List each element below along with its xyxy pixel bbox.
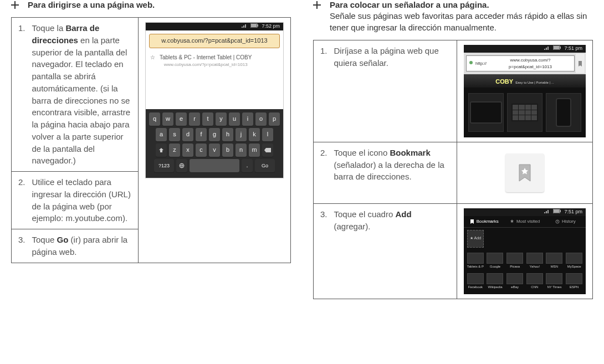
svg-rect-11 [560,47,561,49]
tab-url: www.cobyusa.com/?p=pcat&pcat_id=1013 [160,61,252,68]
bookmark-item[interactable]: NY Times [545,273,564,290]
key[interactable]: v [209,143,220,157]
key[interactable]: g [209,128,220,141]
step-text: Toque Go (ir) para abrir la página web. [32,234,131,258]
bookmark-item[interactable]: Google [486,253,505,269]
tab-row: ☆ Tablets & PC - Internet Tablet | COBY … [146,52,283,70]
phone-screenshot-bookmarks: 7:51 pm Bookmarks Most visited [464,208,586,294]
key[interactable]: l [262,128,273,141]
key[interactable]: c [196,143,207,157]
status-time: 7:52 pm [262,23,280,30]
battery-icon [553,45,561,52]
step-number: 2. [320,147,327,183]
key[interactable]: b [222,143,233,157]
step-text: Utilice el teclado para ingresar la dire… [32,176,131,224]
left-step-2: 2. Utilice el teclado para ingresar la d… [12,172,139,229]
svg-rect-8 [546,48,547,50]
bookmark-grid: ★ Add [464,228,586,250]
phone-icon [556,98,571,127]
bookmark-item[interactable]: Wikipedia [486,273,505,290]
key[interactable]: z [169,143,180,157]
bookmark-item[interactable]: CNN [525,273,544,290]
bookmark-grid-row1: Tablets & P Google Picasa Yahoo! MSN MyS… [464,250,586,271]
right-image-cell-3: 7:51 pm Bookmarks Most visited [457,203,593,299]
right-step-3: 3. Toque el cuadro Add (agregar). [314,203,457,299]
tab-most-visited[interactable]: Most visited [504,216,545,227]
bookmark-item[interactable]: Picasa [505,253,524,269]
key[interactable]: a [156,128,167,141]
bookmark-item[interactable]: eBay [505,273,524,290]
globe-icon [469,60,473,67]
logo: COBY [495,78,513,85]
key[interactable]: m [249,143,260,157]
plus-icon [313,1,321,11]
status-time: 7:51 pm [564,208,582,216]
step-text: Toque el icono Bookmark (señalador) a la… [334,147,450,183]
key[interactable]: k [249,128,260,141]
step-number: 1. [18,22,25,167]
key[interactable]: j [236,128,247,141]
signal-icon [544,45,550,52]
globe-key[interactable] [176,159,187,172]
step-text: Toque la Barra de direcciones en la part… [32,22,131,167]
svg-rect-9 [547,47,549,50]
bookmark-item[interactable]: Yahoo! [525,253,544,269]
key[interactable]: h [222,128,233,141]
step-number: 1. [320,45,327,69]
key[interactable]: x [182,143,193,157]
backspace-key[interactable] [262,143,273,157]
key[interactable]: q [149,112,160,126]
bookmark-item[interactable]: ESPN [565,273,583,290]
svg-rect-18 [560,210,561,212]
shift-key[interactable] [156,143,167,157]
tab-history[interactable]: History [545,216,586,227]
key[interactable]: d [182,128,193,141]
bookmark-item[interactable]: MySpace [565,253,583,269]
bookmark-add[interactable]: ★ Add [466,230,485,248]
svg-rect-2 [245,24,246,28]
page-content [464,88,586,137]
key[interactable]: w [162,112,173,126]
key[interactable]: r [189,112,200,126]
key[interactable]: n [236,143,247,157]
address-bar[interactable]: http://www.cobyusa.com/?p=pcat&pcat_id=1… [466,55,575,71]
signal-icon [242,23,247,30]
bookmark-item[interactable]: Tablets & P [466,253,485,269]
right-heading-text: Para colocar un señalador a una página. [330,0,489,9]
star-icon: ☆ [150,54,155,68]
address-bar[interactable]: w.cobyusa.com/?p=pcat&pcat_id=1013 [149,34,280,48]
svg-rect-19 [554,209,559,213]
bookmark-button[interactable] [576,54,585,73]
tab-bookmarks[interactable]: Bookmarks [464,216,504,227]
bookmark-item[interactable]: MSN [545,253,564,269]
left-image-cell: 7:52 pm w.cobyusa.com/?p=pcat&pcat_id=10… [139,18,291,263]
onscreen-keyboard[interactable]: q w e r t y u i o p [146,109,283,178]
bookmark-icon-large[interactable] [505,153,544,192]
key[interactable]: y [216,112,227,126]
key[interactable]: f [196,128,207,141]
key[interactable]: s [169,128,180,141]
svg-rect-14 [544,212,545,213]
period-key[interactable]: . [242,159,253,172]
symbols-key[interactable]: ?123 [154,159,174,172]
bookmark-item[interactable]: Facebook [466,273,485,290]
key[interactable]: t [202,112,213,126]
tab-title: Tablets & PC - Internet Tablet | COBY [160,54,252,62]
tagline: Easy to Use | Portable | ... [515,81,554,84]
key[interactable]: u [229,112,240,126]
tablet-icon [470,101,502,124]
space-key[interactable] [190,159,239,172]
key[interactable]: p [269,112,280,126]
go-key[interactable]: Go [255,159,275,172]
left-column: Para dirigirse a una página web. 1. Toqu… [11,0,291,299]
svg-rect-12 [554,46,559,49]
page-header: COBY Easy to Use | Portable | ... [464,74,586,88]
keyboard-icon [511,104,538,121]
svg-rect-1 [243,25,244,28]
battery-icon [250,23,258,30]
key[interactable]: o [255,112,267,126]
right-step-1: 1. Diríjase a la página web que quiera s… [314,40,457,142]
key[interactable]: i [242,112,253,126]
right-table: 1. Diríjase a la página web que quiera s… [313,40,593,299]
key[interactable]: e [176,112,187,126]
